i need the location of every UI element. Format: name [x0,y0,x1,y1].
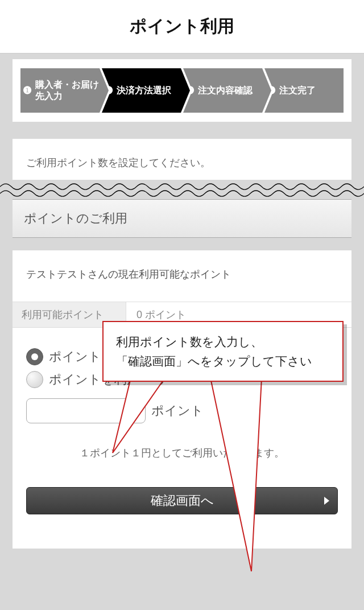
available-points-heading: テストテストさんの現在利用可能なポイント [13,267,351,302]
page-title: ポイント利用 [0,0,364,53]
step-2: ❷ 決済方法選択 [102,68,181,113]
section-header-points: ポイントのご利用 [13,199,351,238]
points-input[interactable] [26,398,146,423]
checkout-steps: ❶ 購入者・お届け先入力 ❷ 決済方法選択 ❸ 注文内容確認 ❹ 注 [13,59,351,122]
step-2-label: 決済方法選択 [117,85,171,96]
prompt-text: ご利用ポイント数を設定してください。 [13,139,351,180]
callout-line-1: 利用ポイント数を入力し、 [116,332,330,352]
step-4: ❹ 注文完了 [264,68,344,113]
step-1-label: 購入者・お届け先入力 [35,79,100,102]
callout-line-2: 「確認画面」へをタップして下さい [116,352,330,371]
points-unit-label: ポイント [151,402,204,419]
step-3-label: 注文内容確認 [198,85,253,96]
step-1-num: ❶ [23,84,34,97]
chevron-right-icon [324,497,329,505]
radio-icon [26,348,43,365]
step-3: ❸ 注文内容確認 [183,68,262,113]
points-card: テストテストさんの現在利用可能なポイント 利用可能ポイント 0 ポイント ポイン… [13,250,351,549]
confirm-button-label: 確認画面へ [151,492,214,509]
section-divider-icon [0,180,364,199]
step-4-label: 注文完了 [279,85,316,96]
confirm-button[interactable]: 確認画面へ [26,487,338,514]
annotation-callout: 利用ポイント数を入力し、 「確認画面」へをタップして下さい [102,321,344,382]
points-note: １ポイント１円としてご利用いただけます。 [13,446,351,460]
step-1: ❶ 購入者・お届け先入力 [20,68,100,113]
radio-icon [26,371,43,388]
